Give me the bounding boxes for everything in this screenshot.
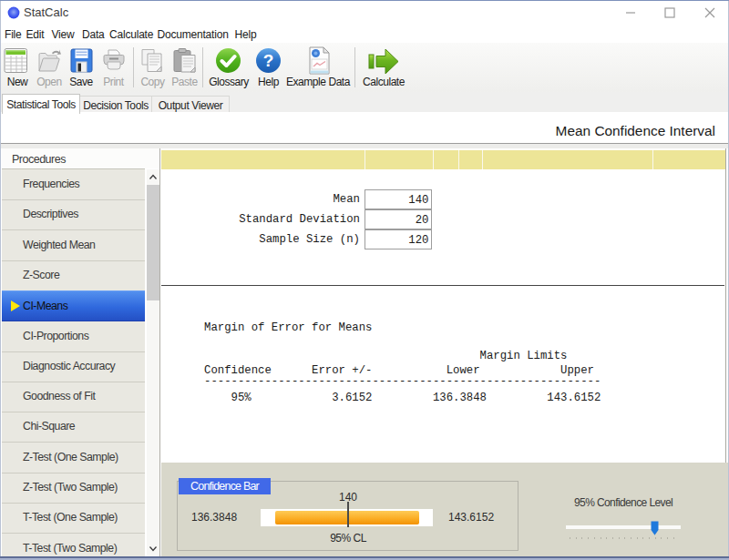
svg-text:?: ? [263,51,274,70]
